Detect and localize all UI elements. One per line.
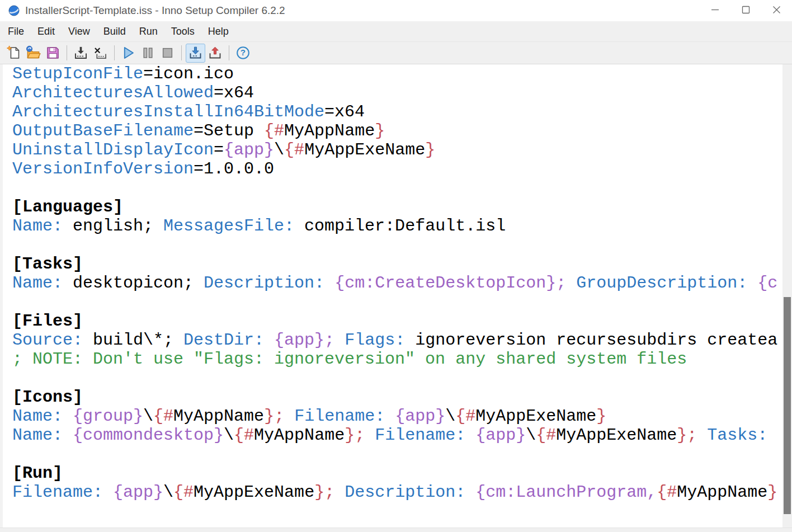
code-token-val: = — [214, 140, 224, 159]
run-icon — [121, 45, 136, 60]
code-token-key: ArchitecturesAllowed — [12, 83, 214, 102]
code-line[interactable]: ArchitecturesInstallIn64BitMode=x64 — [12, 102, 782, 121]
code-token-key: Flags: — [345, 331, 405, 350]
code-token-val — [465, 483, 475, 502]
minimize-button[interactable] — [700, 0, 730, 21]
menu-item-run[interactable]: Run — [133, 21, 164, 41]
menu-item-help[interactable]: Help — [201, 21, 235, 41]
open-script-button[interactable] — [23, 44, 43, 63]
scrollbar-thumb[interactable] — [784, 297, 791, 514]
code-line[interactable]: SetupIconFile=icon.ico — [12, 64, 782, 83]
code-line[interactable]: OutputBaseFilename=Setup {#MyAppName} — [12, 121, 782, 140]
code-token-val: =1.0.0.0 — [194, 159, 274, 178]
code-token-val: compiler:Default.isl — [294, 216, 506, 236]
menu-item-tools[interactable]: Tools — [164, 21, 201, 41]
code-token-val: \ — [163, 483, 173, 502]
code-area[interactable]: SetupIconFile=icon.icoArchitecturesAllow… — [0, 64, 782, 528]
code-token-val: MyAppExeName — [304, 140, 425, 159]
code-token-const: {group} — [73, 407, 143, 426]
terminate-button[interactable] — [158, 44, 177, 63]
script-editor[interactable]: SetupIconFile=icon.icoArchitecturesAllow… — [0, 64, 792, 528]
new-file-icon — [6, 45, 21, 60]
code-token-pre: } — [767, 483, 777, 502]
run-button[interactable] — [119, 44, 138, 63]
code-token-const: {cm:CreateDesktopIcon}; — [334, 274, 566, 293]
compile-button[interactable] — [71, 44, 91, 63]
save-script-button[interactable] — [43, 44, 63, 63]
code-line[interactable] — [12, 178, 782, 197]
install-arrow-icon — [188, 45, 203, 60]
menu-item-build[interactable]: Build — [97, 21, 133, 41]
title-bar[interactable]: InstallerScript-Template.iss - Inno Setu… — [0, 0, 792, 21]
pause-button[interactable] — [138, 44, 158, 63]
code-token-key: OutputBaseFilename — [12, 121, 194, 140]
code-token-comment: ; NOTE: Don't use "Flags: ignoreversion"… — [12, 350, 687, 369]
uninstall-arrow-icon — [208, 45, 223, 60]
code-token-key: VersionInfoVersion — [12, 159, 194, 178]
code-token-pre: } — [425, 140, 435, 159]
code-token-key: GroupDescription: — [576, 274, 747, 293]
menu-item-file[interactable]: File — [1, 21, 31, 41]
code-line[interactable]: Filename: {app}\{#MyAppExeName}; Descrip… — [12, 483, 782, 502]
minimize-icon — [711, 6, 719, 16]
code-token-val: MyAppName — [173, 407, 264, 426]
code-line[interactable] — [12, 236, 782, 255]
code-token-key: MessagesFile: — [163, 216, 294, 236]
code-token-val — [103, 483, 113, 502]
vertical-scrollbar[interactable] — [782, 64, 792, 528]
code-line[interactable]: ; NOTE: Don't use "Flags: ignoreversion"… — [12, 350, 782, 369]
code-token-val: MyAppName — [677, 483, 767, 502]
code-line[interactable]: [Tasks] — [12, 255, 782, 274]
code-line[interactable]: Name: desktopicon; Description: {cm:Crea… — [12, 274, 782, 293]
code-token-section: [Icons] — [12, 388, 83, 407]
code-token-const: {c — [757, 274, 777, 293]
menu-item-view[interactable]: View — [62, 21, 97, 41]
menu-item-edit[interactable]: Edit — [31, 21, 62, 41]
code-token-pre: {# — [657, 483, 677, 502]
code-token-val: \ — [274, 140, 284, 159]
code-line[interactable]: ArchitecturesAllowed=x64 — [12, 83, 782, 102]
code-token-key: Filename: — [375, 426, 465, 445]
maximize-button[interactable] — [730, 0, 761, 21]
code-token-const: {app} — [224, 140, 274, 159]
code-line[interactable]: [Run] — [12, 464, 782, 483]
code-line[interactable]: [Languages] — [12, 197, 782, 216]
code-token-key: UninstallDisplayIcon — [12, 140, 214, 159]
new-script-button[interactable] — [4, 44, 23, 63]
code-token-val — [334, 331, 345, 350]
code-token-key: Source: — [12, 331, 83, 350]
code-line[interactable]: Name: english; MessagesFile: compiler:De… — [12, 216, 782, 236]
code-line[interactable]: Name: {commondesktop}\{#MyAppName}; File… — [12, 426, 782, 445]
code-line[interactable] — [12, 369, 782, 388]
code-token-key: Name: — [12, 426, 63, 445]
open-folder-icon — [26, 45, 41, 60]
target-uninstall-button[interactable] — [205, 44, 225, 63]
code-line[interactable]: UninstallDisplayIcon={app}\{#MyAppExeNam… — [12, 140, 782, 159]
code-line[interactable]: VersionInfoVersion=1.0.0.0 — [12, 159, 782, 178]
code-token-val: =Setup — [194, 121, 264, 140]
code-line[interactable]: Source: build\*; DestDir: {app}; Flags: … — [12, 331, 782, 350]
code-token-key: Filename: — [294, 407, 385, 426]
code-token-val: english; — [63, 216, 163, 236]
code-token-const: {app} — [475, 426, 526, 445]
code-line[interactable] — [12, 293, 782, 312]
code-token-val: MyAppExeName — [475, 407, 596, 426]
code-line[interactable]: Name: {group}\{#MyAppName}; Filename: {a… — [12, 407, 782, 426]
code-token-val: build\*; — [83, 331, 183, 350]
code-line[interactable]: [Icons] — [12, 388, 782, 407]
code-token-section: [Run] — [12, 464, 63, 483]
stop-compile-button[interactable] — [91, 44, 110, 63]
code-line[interactable]: [Files] — [12, 312, 782, 331]
code-token-val — [365, 426, 375, 445]
close-button[interactable] — [761, 0, 792, 21]
save-icon — [45, 45, 60, 60]
code-token-const: {app} — [395, 407, 445, 426]
code-token-key: DestDir: — [183, 331, 264, 350]
code-token-pre: {# — [173, 483, 194, 502]
target-setup-button[interactable] — [186, 44, 205, 63]
status-strip — [0, 528, 792, 532]
code-line[interactable] — [12, 445, 782, 464]
code-token-val: \ — [224, 426, 234, 445]
stop-icon — [160, 45, 175, 60]
help-button[interactable]: ? — [233, 44, 253, 63]
